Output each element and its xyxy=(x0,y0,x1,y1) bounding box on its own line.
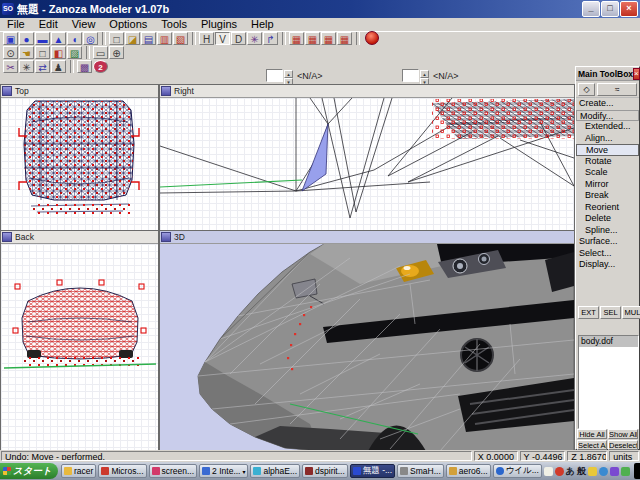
toggle-d-button[interactable]: D xyxy=(231,32,246,45)
ext-mode-button[interactable]: EXT xyxy=(578,306,599,319)
viewport-top[interactable]: Top xyxy=(0,84,159,230)
minimize-button[interactable]: _ xyxy=(582,1,600,17)
spinner-arrows-1[interactable]: ▴▾ xyxy=(284,70,293,82)
create-cylinder-icon[interactable]: ▬ xyxy=(35,32,50,45)
viewport-3d[interactable]: 3D xyxy=(159,230,575,450)
close-button[interactable]: × xyxy=(620,1,638,17)
viewport-right-canvas[interactable] xyxy=(160,98,574,231)
toolbox-item-select[interactable]: Select... xyxy=(576,248,639,260)
toolbox-item-delete[interactable]: Delete xyxy=(576,213,639,225)
viewport-3d-canvas[interactable] xyxy=(160,244,574,451)
import-file-icon[interactable]: ▥ xyxy=(157,32,172,45)
tray-network-icon[interactable] xyxy=(599,467,608,476)
deselect-button[interactable]: Deselect xyxy=(608,440,638,450)
task-alphae[interactable]: alphaE... xyxy=(250,464,300,478)
viewport-back[interactable]: Back xyxy=(0,230,159,450)
ime-input-mode[interactable]: あ xyxy=(566,465,575,478)
rotate-pivot-icon[interactable]: ⊕ xyxy=(109,46,124,59)
sel-mode-button[interactable]: SEL xyxy=(600,306,621,319)
toolbox-item-move[interactable]: Move xyxy=(576,144,639,156)
object-list[interactable]: body.dof xyxy=(578,335,639,429)
toolbox-item-modify[interactable]: Modify... xyxy=(576,110,639,122)
task-antivirus[interactable]: ウイル... xyxy=(493,464,542,478)
toolbox-item-reorient[interactable]: Reorient xyxy=(576,202,639,214)
select-rectangle-icon[interactable]: ▭ xyxy=(93,46,108,59)
task-dspirit[interactable]: dspirit... xyxy=(302,464,348,478)
viewport-top-canvas[interactable] xyxy=(1,98,158,231)
show-normals-icon[interactable]: ↱ xyxy=(263,32,278,45)
open-file-icon[interactable]: ◪ xyxy=(125,32,140,45)
mapping-box-2-icon[interactable]: ▦ xyxy=(305,32,320,45)
mapping-box-4-icon[interactable]: ▦ xyxy=(337,32,352,45)
mul-mode-button[interactable]: MUL xyxy=(622,306,640,319)
toolbox-item-mirror[interactable]: Mirror xyxy=(576,179,639,191)
zoom-tool-icon[interactable]: ⊙ xyxy=(3,46,18,59)
task-internet-group[interactable]: 2 Inte...▾ xyxy=(199,464,248,478)
toolbox-item-display[interactable]: Display... xyxy=(576,259,639,271)
swap-views-icon[interactable]: ⇄ xyxy=(35,60,50,73)
menu-plugins[interactable]: Plugins xyxy=(194,18,244,31)
toolbox-close-button[interactable]: × xyxy=(633,68,640,80)
toggle-h-button[interactable]: H xyxy=(199,32,214,45)
box-display-icon[interactable]: □ xyxy=(35,46,50,59)
start-button[interactable]: スタート xyxy=(0,463,58,479)
background-image-icon[interactable]: ▨ xyxy=(67,46,82,59)
material-editor-icon[interactable] xyxy=(365,31,379,45)
export-file-icon[interactable]: ▧ xyxy=(173,32,188,45)
toolbox-item-extended[interactable]: Extended... xyxy=(576,121,639,133)
task-smah[interactable]: SmaH... xyxy=(397,464,444,478)
toggle-v-button[interactable]: V xyxy=(215,32,230,45)
toolbox-item-spline[interactable]: Spline... xyxy=(576,225,639,237)
mapping-box-3-icon[interactable]: ▦ xyxy=(321,32,336,45)
create-torus-icon[interactable]: ◎ xyxy=(83,32,98,45)
lasso-tool-icon[interactable]: ◇ xyxy=(578,83,595,96)
pan-tool-icon[interactable]: ☚ xyxy=(19,46,34,59)
toolbox-item-create[interactable]: Create... xyxy=(576,98,639,110)
hide-all-button[interactable]: Hide All xyxy=(577,429,607,439)
show-vertices-icon[interactable]: ✳ xyxy=(247,32,262,45)
tray-window-icon[interactable] xyxy=(544,467,553,476)
tray-display-icon[interactable] xyxy=(621,467,630,476)
palette-icon[interactable]: ▩ xyxy=(77,60,92,73)
tray-pen-icon[interactable] xyxy=(588,467,597,476)
create-ellipsoid-icon[interactable]: ◖ xyxy=(67,32,82,45)
red-box-display-icon[interactable]: ◧ xyxy=(51,46,66,59)
menu-tools[interactable]: Tools xyxy=(154,18,194,31)
viewport-right[interactable]: Right xyxy=(159,84,575,230)
task-screen[interactable]: screen... xyxy=(149,464,198,478)
spinner-input-1[interactable] xyxy=(266,69,283,82)
toolbox-item-surface[interactable]: Surface... xyxy=(576,236,639,248)
save-file-icon[interactable]: ▤ xyxy=(141,32,156,45)
person-scale-icon[interactable]: ♟ xyxy=(51,60,66,73)
spline-tool-icon[interactable]: ≈ xyxy=(597,83,637,96)
toolbox-item-align[interactable]: Align... xyxy=(576,133,639,145)
menu-view[interactable]: View xyxy=(65,18,103,31)
toolbox-item-break[interactable]: Break xyxy=(576,190,639,202)
select-all-button[interactable]: Select All xyxy=(577,440,607,450)
level-2-badge-icon[interactable]: 2 xyxy=(93,60,108,73)
toolbox-item-rotate[interactable]: Rotate xyxy=(576,156,639,168)
create-cone-icon[interactable]: ▲ xyxy=(51,32,66,45)
tray-clock[interactable]: 水17:40 xyxy=(634,463,640,479)
cut-tool-icon[interactable]: ✂ xyxy=(3,60,18,73)
maximize-button[interactable]: □ xyxy=(601,1,619,17)
menu-edit[interactable]: Edit xyxy=(32,18,65,31)
task-microsoft[interactable]: Micros... xyxy=(98,464,146,478)
task-aero[interactable]: aero6... xyxy=(446,464,491,478)
axes-star-icon[interactable]: ✳ xyxy=(19,60,34,73)
task-zmodeler-active[interactable]: 無題 -... xyxy=(350,464,395,478)
tray-volume-icon[interactable] xyxy=(555,467,564,476)
menu-file[interactable]: File xyxy=(0,18,32,31)
object-list-item[interactable]: body.dof xyxy=(579,336,638,347)
menu-options[interactable]: Options xyxy=(102,18,154,31)
ime-conversion-mode[interactable]: 般 xyxy=(577,465,586,478)
spinner-input-2[interactable] xyxy=(402,69,419,82)
mapping-box-1-icon[interactable]: ▦ xyxy=(289,32,304,45)
menu-help[interactable]: Help xyxy=(244,18,281,31)
task-racer[interactable]: racer xyxy=(61,464,96,478)
viewport-back-canvas[interactable] xyxy=(1,244,158,451)
new-scene-icon[interactable]: □ xyxy=(109,32,124,45)
show-all-button[interactable]: Show All xyxy=(608,429,638,439)
create-sphere-icon[interactable]: ● xyxy=(19,32,34,45)
toolbox-item-scale[interactable]: Scale xyxy=(576,167,639,179)
